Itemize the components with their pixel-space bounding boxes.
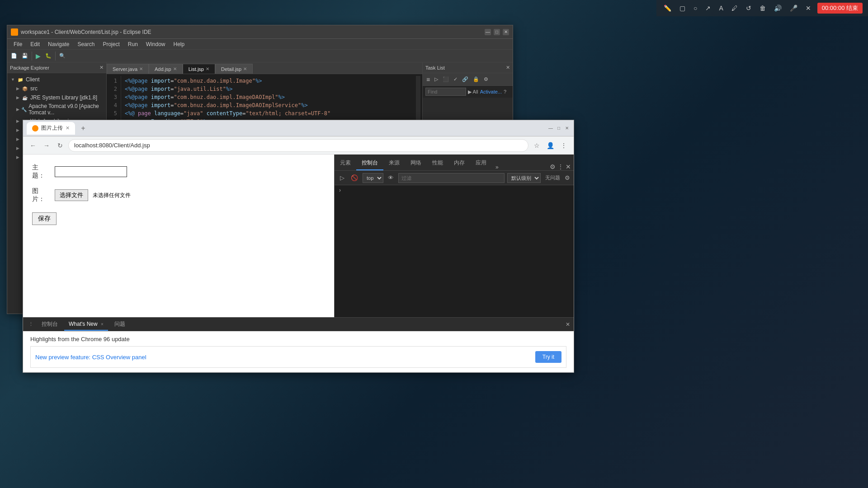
devtools-block-btn[interactable]: 🚫 <box>349 174 360 182</box>
browser-close-btn[interactable]: ✕ <box>564 125 570 131</box>
tree-item-tomcat[interactable]: ▶ 🔧 Apache Tomcat v9.0 [Apache Tomcat v.… <box>9 102 104 117</box>
bookmark-btn[interactable]: ☆ <box>531 140 542 151</box>
menu-file[interactable]: File <box>10 40 26 48</box>
bottom-tab-console[interactable]: 控制台 <box>37 318 62 331</box>
devtools-top-select[interactable]: top <box>363 173 383 183</box>
close-x-icon[interactable]: ✕ <box>804 4 813 13</box>
volume-icon[interactable]: 🔊 <box>772 4 783 13</box>
task-help-icon[interactable]: ? <box>504 89 506 94</box>
tab-close-add[interactable]: ✕ <box>173 66 177 71</box>
menu-navigate[interactable]: Navigate <box>44 40 73 48</box>
toolbar-save[interactable]: 💾 <box>20 52 30 60</box>
devtools-settings-icon[interactable]: ⚙ <box>550 163 556 170</box>
task-toolbar-btn6[interactable]: 🔒 <box>471 75 481 83</box>
menu-window[interactable]: Window <box>142 40 169 48</box>
browser-tab-close[interactable]: ✕ <box>66 125 70 131</box>
tab-label-add: Add.jsp <box>155 66 171 72</box>
eclipse-maximize-btn[interactable]: □ <box>494 29 500 35</box>
task-toolbar-btn1[interactable]: ≡ <box>425 75 432 84</box>
browser-tab-active[interactable]: 图片上传 ✕ <box>27 122 75 135</box>
devtools-content-arrow[interactable]: › <box>338 186 342 194</box>
bottom-tab-whatsnew[interactable]: What's New × <box>64 318 108 331</box>
task-toolbar-btn5[interactable]: 🔗 <box>460 75 470 83</box>
package-explorer-close[interactable]: ✕ <box>99 65 104 70</box>
pen-icon[interactable]: 🖊 <box>730 4 740 13</box>
toolbar-debug[interactable]: 🐛 <box>43 52 53 60</box>
tab-close-server[interactable]: ✕ <box>139 66 143 71</box>
choose-file-btn[interactable]: 选择文件 <box>55 189 88 201</box>
bottom-tab-close[interactable]: × <box>101 322 104 327</box>
timer-display[interactable]: 00:00:00 结束 <box>817 3 863 14</box>
devtools-options-icon[interactable]: ⋮ <box>557 163 564 170</box>
tree-item-jre[interactable]: ▶ ☕ JRE System Library [jdk1.8] <box>9 93 104 102</box>
mic-icon[interactable]: 🎤 <box>788 4 799 13</box>
task-activate-btn[interactable]: Activate... <box>480 89 502 94</box>
feature-action-btn[interactable]: Try it <box>535 351 561 363</box>
tree-item-src[interactable]: ▶ 📦 src <box>9 84 104 93</box>
tab-list-jsp[interactable]: List.jsp ✕ <box>183 64 215 74</box>
task-find-input[interactable] <box>425 88 466 96</box>
bottom-tab-issues[interactable]: 问题 <box>110 318 130 331</box>
tab-server-java[interactable]: Server.java ✕ <box>107 64 149 74</box>
eclipse-minimize-btn[interactable]: — <box>485 29 491 35</box>
menu-help[interactable]: Help <box>170 40 189 48</box>
feature-title[interactable]: New preview feature: CSS Overview panel <box>35 354 146 361</box>
browser-maximize-btn[interactable]: □ <box>556 125 562 131</box>
tab-add-jsp[interactable]: Add.jsp ✕ <box>149 64 183 74</box>
subject-input[interactable] <box>55 166 127 177</box>
trash-icon[interactable]: 🗑 <box>758 4 768 13</box>
text-icon[interactable]: A <box>717 4 725 13</box>
bottom-panel-menu-icon[interactable]: ⋮ <box>27 321 35 327</box>
devtools-play-btn[interactable]: ▷ <box>338 174 346 182</box>
task-toolbar-btn3[interactable]: ⬛ <box>441 75 451 83</box>
address-bar[interactable]: localhost:8080/Client/Add.jsp <box>68 139 528 152</box>
devtools-level-select[interactable]: 默认级别 <box>507 173 541 183</box>
devtools-tab-console[interactable]: 控制台 <box>356 156 383 170</box>
profile-btn[interactable]: 👤 <box>545 140 556 151</box>
toolbar-run[interactable]: ▶ <box>34 52 42 61</box>
devtools-more-tabs-btn[interactable]: » <box>492 164 502 170</box>
task-toolbar-btn4[interactable]: ✓ <box>452 75 459 83</box>
undo-icon[interactable]: ↺ <box>744 4 753 13</box>
circle-icon[interactable]: ○ <box>692 4 699 13</box>
browser-refresh-btn[interactable]: ↻ <box>55 140 66 151</box>
menu-edit[interactable]: Edit <box>27 40 43 48</box>
bottom-panel-close-btn[interactable]: ✕ <box>566 321 570 328</box>
browser-minimize-btn[interactable]: — <box>547 125 554 131</box>
menu-project[interactable]: Project <box>99 40 123 48</box>
devtools-tab-performance[interactable]: 性能 <box>427 156 448 170</box>
tab-detail-jsp[interactable]: Detail.jsp ✕ <box>215 64 253 74</box>
arrow-icon[interactable]: ↗ <box>703 4 712 13</box>
devtools-tab-memory[interactable]: 内存 <box>448 156 470 170</box>
devtools-eye-btn[interactable]: 👁 <box>386 174 396 182</box>
eclipse-close-btn[interactable]: ✕ <box>503 29 509 35</box>
dt-tab-label-memory: 内存 <box>454 160 465 166</box>
devtools-gear-icon[interactable]: ⚙ <box>565 174 570 181</box>
menu-search[interactable]: Search <box>74 40 98 48</box>
devtools-tab-network[interactable]: 网络 <box>405 156 427 170</box>
tab-close-list[interactable]: ✕ <box>206 66 209 71</box>
square-icon[interactable]: ▢ <box>678 4 687 13</box>
save-btn[interactable]: 保存 <box>32 212 57 225</box>
extensions-btn[interactable]: ⋮ <box>558 140 569 151</box>
task-toolbar-btn7[interactable]: ⚙ <box>482 75 490 83</box>
toolbar-new[interactable]: 📄 <box>9 52 19 60</box>
devtools-tab-sources[interactable]: 来源 <box>383 156 405 170</box>
menu-run[interactable]: Run <box>124 40 142 48</box>
devtools-filter-input[interactable] <box>398 173 505 183</box>
tab-close-detail[interactable]: ✕ <box>243 66 247 71</box>
task-toolbar-btn2[interactable]: ▷ <box>433 75 440 83</box>
devtools-tab-application[interactable]: 应用 <box>470 156 492 170</box>
pencil-icon[interactable]: ✏️ <box>662 4 673 13</box>
task-list-close[interactable]: ✕ <box>506 65 510 70</box>
toolbar-search[interactable]: 🔍 <box>57 52 67 60</box>
devtools-close-btn[interactable]: ✕ <box>566 163 571 170</box>
devtools-tab-elements[interactable]: 元素 <box>335 156 356 170</box>
tree-label-src: src <box>30 85 38 92</box>
browser-forward-btn[interactable]: → <box>41 140 52 151</box>
task-all-label[interactable]: ▶ All <box>468 89 478 95</box>
tree-item-client[interactable]: ▼ 📁 Client <box>9 75 104 84</box>
browser-new-tab-btn[interactable]: + <box>78 123 89 134</box>
browser-back-btn[interactable]: ← <box>28 140 38 151</box>
arrow-more2: ▶ <box>16 155 19 160</box>
